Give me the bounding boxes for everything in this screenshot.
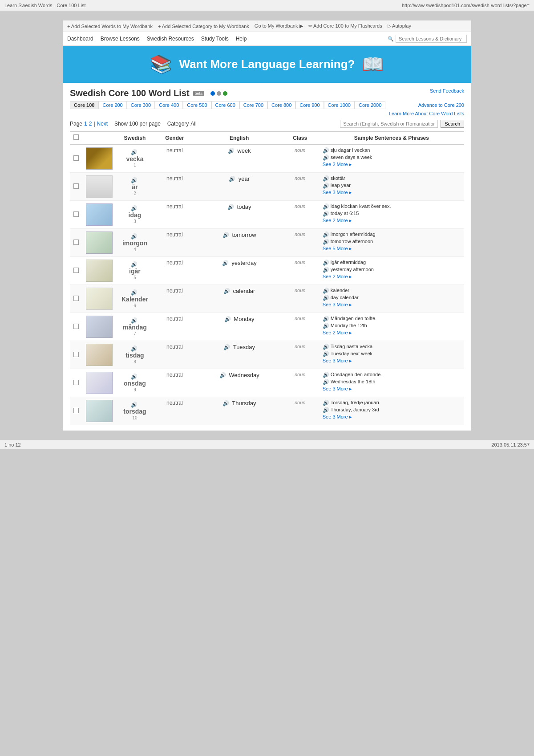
- row-checkbox-5[interactable]: [73, 268, 79, 273]
- english-audio-2[interactable]: 🔊: [229, 176, 235, 182]
- tab-core400[interactable]: Core 400: [155, 101, 183, 109]
- word-search-input[interactable]: [340, 120, 438, 128]
- swedish-audio-5[interactable]: 🔊: [131, 261, 138, 268]
- select-all-checkbox[interactable]: [73, 134, 79, 140]
- sample-audio-2-7[interactable]: 🔊: [323, 323, 329, 329]
- swedish-audio-3[interactable]: 🔊: [131, 205, 138, 211]
- row-checkbox-1[interactable]: [73, 155, 79, 161]
- tab-core700[interactable]: Core 700: [239, 101, 267, 109]
- next-link[interactable]: Next: [97, 121, 108, 127]
- row-checkbox-10[interactable]: [73, 408, 79, 413]
- tab-core1000[interactable]: Core 1000: [324, 101, 355, 109]
- page-1-link[interactable]: 1: [84, 121, 87, 127]
- row-check-10[interactable]: [70, 397, 82, 425]
- see-more-5[interactable]: See 2 More ▸: [323, 274, 352, 279]
- see-more-2[interactable]: See 3 More ▸: [323, 190, 352, 195]
- row-checkbox-4[interactable]: [73, 240, 79, 245]
- see-more-8[interactable]: See 3 More ▸: [323, 358, 352, 363]
- row-checkbox-8[interactable]: [73, 352, 79, 357]
- add-words-btn[interactable]: + Add Selected Words to My Wordbank: [67, 24, 153, 29]
- sample-audio-1-8[interactable]: 🔊: [323, 344, 329, 350]
- page-2-link[interactable]: 2: [89, 121, 92, 127]
- row-checkbox-7[interactable]: [73, 324, 79, 329]
- english-audio-6[interactable]: 🔊: [223, 288, 230, 294]
- row-checkbox-9[interactable]: [73, 380, 79, 385]
- sample-audio-1-1[interactable]: 🔊: [323, 147, 329, 154]
- english-audio-7[interactable]: 🔊: [224, 316, 231, 322]
- tab-core200[interactable]: Core 200: [98, 101, 126, 109]
- add-flashcards-btn[interactable]: ✏ Add Core 100 to My Flashcards: [308, 23, 382, 29]
- sample-audio-1-7[interactable]: 🔊: [323, 316, 329, 322]
- row-checkbox-6[interactable]: [73, 296, 79, 301]
- advance-link[interactable]: Advance to Core 200: [418, 102, 464, 108]
- learn-more-link[interactable]: Learn More About Core Word Lists: [70, 111, 464, 116]
- sample-audio-2-4[interactable]: 🔊: [323, 239, 329, 245]
- row-checkbox-3[interactable]: [73, 211, 79, 217]
- tab-core600[interactable]: Core 600: [211, 101, 239, 109]
- see-more-7[interactable]: See 2 More ▸: [323, 330, 352, 335]
- swedish-audio-8[interactable]: 🔊: [131, 345, 138, 352]
- sample-audio-2-1[interactable]: 🔊: [323, 154, 329, 161]
- english-audio-10[interactable]: 🔊: [222, 400, 229, 406]
- sample-audio-1-6[interactable]: 🔊: [323, 288, 329, 294]
- tab-core100[interactable]: Core 100: [70, 101, 98, 109]
- tab-core300[interactable]: Core 300: [127, 101, 155, 109]
- row-checkbox-2[interactable]: [73, 183, 79, 189]
- tab-core500[interactable]: Core 500: [183, 101, 211, 109]
- nav-help[interactable]: Help: [236, 36, 247, 42]
- see-more-6[interactable]: See 3 More ▸: [323, 302, 352, 307]
- english-audio-8[interactable]: 🔊: [223, 344, 230, 350]
- autoplay-btn[interactable]: ▷ Autoplay: [388, 23, 411, 29]
- swedish-audio-1[interactable]: 🔊: [131, 149, 138, 155]
- see-more-1[interactable]: See 2 More ▸: [323, 162, 352, 167]
- nav-study[interactable]: Study Tools: [201, 36, 229, 42]
- row-check-1[interactable]: [70, 144, 82, 173]
- english-audio-4[interactable]: 🔊: [222, 232, 229, 238]
- swedish-audio-10[interactable]: 🔊: [131, 402, 138, 408]
- add-category-btn[interactable]: + Add Selected Category to My Wordbank: [158, 24, 249, 29]
- tab-core900[interactable]: Core 900: [295, 101, 324, 109]
- row-check-9[interactable]: [70, 369, 82, 397]
- row-check-4[interactable]: [70, 229, 82, 257]
- sample-audio-2-10[interactable]: 🔊: [323, 407, 329, 413]
- row-check-2[interactable]: [70, 173, 82, 201]
- sample-audio-2-9[interactable]: 🔊: [323, 379, 329, 385]
- go-wordbank-btn[interactable]: Go to My Wordbank ▶: [255, 23, 303, 29]
- nav-search-input[interactable]: [396, 35, 467, 43]
- sample-audio-2-5[interactable]: 🔊: [323, 267, 329, 273]
- row-check-5[interactable]: [70, 257, 82, 285]
- sample-audio-2-3[interactable]: 🔊: [323, 211, 329, 217]
- row-check-6[interactable]: [70, 285, 82, 313]
- english-audio-3[interactable]: 🔊: [227, 204, 234, 210]
- sample-audio-1-10[interactable]: 🔊: [323, 400, 329, 406]
- see-more-9[interactable]: See 3 More ▸: [323, 386, 352, 391]
- row-check-7[interactable]: [70, 313, 82, 341]
- nav-browse[interactable]: Browse Lessons: [101, 36, 140, 42]
- sample-audio-1-2[interactable]: 🔊: [323, 175, 329, 182]
- swedish-audio-2[interactable]: 🔊: [131, 177, 138, 183]
- nav-resources[interactable]: Swedish Resources: [147, 36, 194, 42]
- see-more-10[interactable]: See 3 More ▸: [323, 414, 352, 419]
- tab-core800[interactable]: Core 800: [267, 101, 295, 109]
- nav-dashboard[interactable]: Dashboard: [67, 36, 93, 42]
- see-more-3[interactable]: See 2 More ▸: [323, 218, 352, 223]
- see-more-4[interactable]: See 5 More ▸: [323, 246, 352, 251]
- english-audio-9[interactable]: 🔊: [219, 372, 226, 378]
- sample-audio-2-2[interactable]: 🔊: [323, 183, 329, 189]
- sample-audio-1-4[interactable]: 🔊: [323, 232, 329, 238]
- sample-audio-1-9[interactable]: 🔊: [323, 372, 329, 378]
- sample-audio-2-6[interactable]: 🔊: [323, 295, 329, 301]
- sample-audio-1-3[interactable]: 🔊: [323, 203, 329, 210]
- swedish-audio-9[interactable]: 🔊: [131, 374, 138, 380]
- english-audio-5[interactable]: 🔊: [222, 260, 229, 266]
- row-check-3[interactable]: [70, 201, 82, 229]
- word-search-button[interactable]: Search: [441, 120, 464, 128]
- sample-audio-1-5[interactable]: 🔊: [323, 260, 329, 266]
- tab-core2000[interactable]: Core 2000: [355, 101, 385, 109]
- swedish-audio-6[interactable]: 🔊: [131, 289, 138, 296]
- send-feedback-link[interactable]: Send Feedback: [430, 88, 464, 93]
- sample-audio-2-8[interactable]: 🔊: [323, 351, 329, 357]
- swedish-audio-4[interactable]: 🔊: [131, 233, 138, 240]
- swedish-audio-7[interactable]: 🔊: [131, 317, 138, 324]
- english-audio-1[interactable]: 🔊: [228, 148, 235, 154]
